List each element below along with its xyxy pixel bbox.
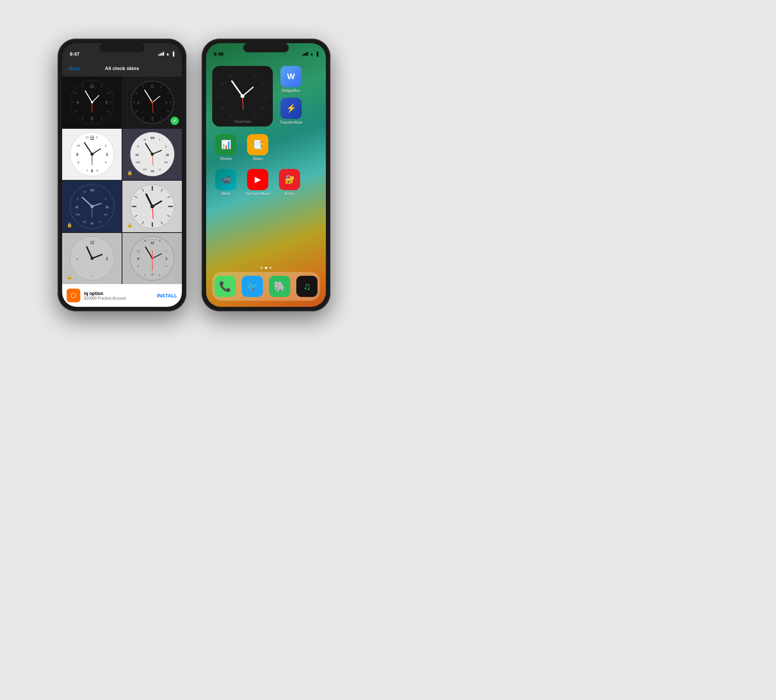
sheets-app[interactable]: 📊 Sheets: [212, 134, 239, 162]
svg-point-76: [151, 153, 154, 156]
left-status-time: 9:47: [70, 51, 80, 57]
authy-app[interactable]: 🔐 Authy: [276, 169, 303, 196]
ad-title: iq option: [84, 291, 153, 296]
sheets-icon: 📊: [215, 134, 237, 155]
ad-text: iq option $10000 Practice Account: [84, 291, 153, 300]
ad-app-icon: ⬡: [67, 288, 80, 302]
meet-icon: 📹: [215, 169, 237, 190]
widgetbox-label: WidgetBox: [282, 88, 300, 93]
svg-text:11: 11: [85, 136, 88, 139]
svg-point-110: [150, 205, 154, 208]
clock-cell-5[interactable]: [122, 181, 182, 232]
nav-title: All clock skins: [105, 65, 139, 71]
page-dot-2: [265, 267, 267, 269]
ytmusic-icon: ▶: [247, 169, 268, 190]
svg-text:IIII: IIII: [164, 161, 167, 164]
svg-text:VI: VI: [90, 222, 93, 225]
spotify-dock-app[interactable]: ♫: [296, 276, 317, 297]
clock-face-2: 12 11 3 6 9 11 1 2 4 5 7 8 10: [69, 132, 115, 177]
svg-text:III: III: [106, 205, 109, 209]
clock-widget-face: [212, 66, 273, 127]
clock-face-6: 12 3 — 8: [69, 236, 115, 281]
page-dot-3: [269, 267, 272, 269]
svg-text:XII: XII: [90, 188, 94, 192]
svg-text:VIII: VIII: [75, 213, 80, 216]
svg-point-158: [240, 94, 244, 98]
svg-text:6: 6: [151, 116, 153, 120]
svg-text:III: III: [166, 153, 169, 157]
widget-row: Clock Face W WidgetBox ⚡ TransferWi: [212, 66, 320, 127]
clock-face-0: 12 3 6 9: [69, 80, 115, 125]
svg-point-41: [151, 101, 154, 103]
spotify-dock-icon: ♫: [296, 276, 317, 297]
sheets-slides-row: 📊 Sheets 📑 Slides: [212, 134, 320, 162]
svg-text:4: 4: [105, 161, 107, 164]
evernote-dock-app[interactable]: 🐘: [269, 276, 290, 297]
clock-face-4: XII III VI IX I II IIII V VII VIII X XI: [69, 184, 115, 229]
twitter-dock-icon: 🐦: [242, 276, 263, 297]
slides-app[interactable]: 📑 Slides: [244, 134, 271, 162]
svg-text:8: 8: [138, 265, 139, 267]
svg-text:8: 8: [77, 161, 79, 164]
authy-icon: 🔐: [279, 169, 300, 190]
ytmusic-app[interactable]: ▶ YouTube Music: [244, 169, 271, 196]
svg-text:2: 2: [165, 250, 167, 253]
svg-text:8: 8: [76, 258, 78, 261]
slides-label: Slides: [252, 157, 263, 162]
svg-text:IX: IX: [135, 153, 139, 157]
authy-label: Authy: [285, 192, 294, 196]
clock-cell-1[interactable]: 12 3 6 9: [122, 77, 182, 128]
clock-cell-6[interactable]: 12 3 — 8: [62, 233, 122, 285]
svg-text:X: X: [77, 197, 79, 200]
svg-text:3: 3: [165, 101, 167, 105]
svg-text:6: 6: [151, 273, 153, 276]
svg-text:9: 9: [76, 153, 78, 157]
clock-cell-7[interactable]: 12 3 6 9 1 2 4 5 7 8 10 11: [122, 233, 182, 285]
svg-text:XI: XI: [83, 190, 86, 193]
right-screen: 9:48 ▲ ▐: [206, 43, 326, 307]
ad-install-button[interactable]: INSTALL: [157, 293, 177, 298]
clock-face-7: 12 3 6 9 1 2 4 5 7 8 10 11: [130, 236, 175, 281]
svg-text:1: 1: [96, 136, 98, 139]
battery-icon: ▐: [171, 52, 174, 56]
svg-text:7: 7: [86, 169, 88, 172]
transferwise-label: TransferWise: [280, 120, 302, 125]
right-wifi-icon: ▲: [310, 52, 314, 56]
svg-point-93: [90, 205, 93, 208]
right-status-time: 9:48: [214, 51, 224, 57]
svg-text:4: 4: [165, 265, 167, 267]
phone-dock-icon: 📞: [214, 276, 236, 297]
clock-cell-0[interactable]: 12 3 6 9: [62, 77, 122, 128]
transferwise-app[interactable]: ⚡ TransferWise: [277, 98, 305, 125]
svg-text:3: 3: [106, 257, 108, 261]
right-apps-col1: W WidgetBox ⚡ TransferWise: [277, 66, 320, 125]
widgetbox-app[interactable]: W WidgetBox: [277, 66, 305, 93]
clock-widget-label: Clock Face: [212, 120, 273, 123]
app-grid: Clock Face W WidgetBox ⚡ TransferWi: [212, 66, 320, 204]
twitter-dock-app[interactable]: 🐦: [242, 276, 263, 297]
clock-cell-2[interactable]: 12 11 3 6 9 11 1 2 4 5 7 8 10: [62, 129, 122, 180]
svg-point-121: [155, 239, 157, 240]
back-button[interactable]: ‹ Back: [67, 65, 80, 71]
svg-text:12: 12: [150, 241, 154, 245]
svg-text:12: 12: [90, 85, 94, 88]
slides-icon: 📑: [247, 134, 268, 155]
page-dots: [206, 267, 326, 269]
clock-cell-3[interactable]: XII III VI IX I II IIII V VII VIII X XI: [122, 129, 182, 180]
svg-text:XII: XII: [150, 136, 154, 140]
phone-dock-app[interactable]: 📞: [214, 276, 236, 297]
clock-face-5: [130, 184, 175, 229]
svg-text:I: I: [159, 138, 160, 141]
right-status-bar: 9:48 ▲ ▐: [206, 43, 326, 60]
ad-banner: ⬡ iq option $10000 Practice Account INST…: [62, 284, 182, 307]
svg-text:X: X: [137, 145, 139, 148]
meet-app[interactable]: 📹 Meet: [212, 169, 239, 196]
ytmusic-label: YouTube Music: [245, 192, 270, 196]
clock-grid: 12 3 6 9: [62, 77, 182, 284]
clock-cell-4[interactable]: XII III VI IX I II IIII V VII VIII X XI: [62, 181, 122, 232]
clock-widget[interactable]: Clock Face: [212, 66, 273, 127]
sheets-label: Sheets: [220, 157, 232, 162]
right-status-icons: ▲ ▐: [302, 52, 318, 56]
svg-text:11: 11: [90, 135, 93, 138]
page-dot-1: [260, 267, 263, 269]
